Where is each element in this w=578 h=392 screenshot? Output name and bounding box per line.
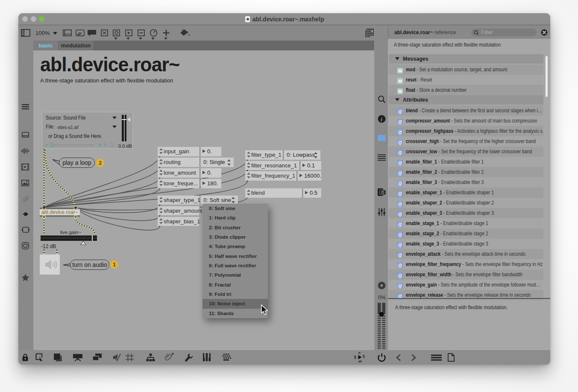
svg-text:m: m (78, 31, 82, 35)
svg-text:Filter: Filter (481, 29, 493, 35)
svg-text:i: i (381, 117, 382, 123)
